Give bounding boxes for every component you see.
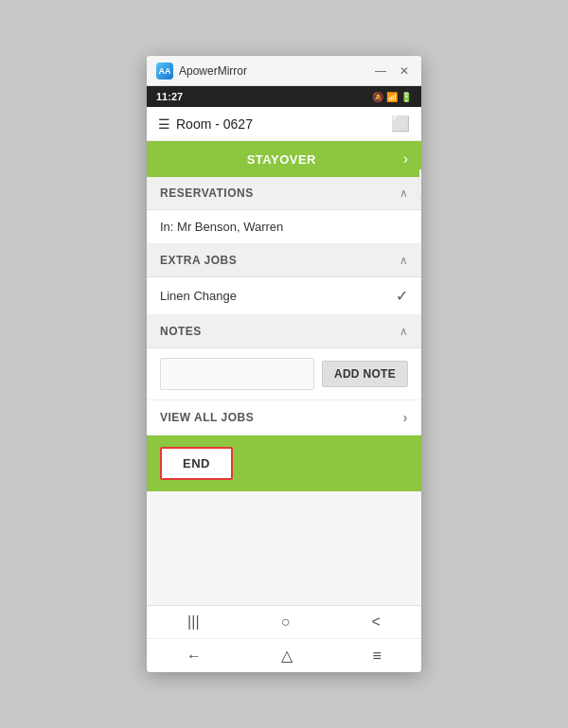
empty-content-area [147, 491, 421, 605]
share-icon[interactable]: ⬜ [391, 115, 410, 133]
reservation-guest-item: In: Mr Benson, Warren [147, 210, 421, 244]
notes-chevron-icon: ∧ [399, 325, 408, 338]
reservations-title: RESERVATIONS [160, 186, 254, 200]
end-button[interactable]: END [160, 447, 233, 480]
view-all-arrow-icon: › [403, 410, 408, 425]
system-home-icon[interactable]: △ [281, 647, 293, 665]
title-bar-controls: — ✕ [372, 64, 412, 78]
system-bar: ← △ ≡ [147, 638, 421, 672]
phone-header-left: ☰ Room - 0627 [158, 116, 253, 132]
linen-change-label: Linen Change [160, 289, 237, 303]
notes-title: NOTES [160, 325, 202, 338]
status-bar: 11:27 🔕 📶 🔋 [147, 86, 421, 107]
phone-header: ☰ Room - 0627 ⬜ [147, 107, 421, 141]
close-button[interactable]: ✕ [397, 64, 412, 78]
hamburger-icon[interactable]: ☰ [158, 116, 170, 132]
view-all-jobs-label: VIEW ALL JOBS [160, 411, 254, 424]
title-bar: AA ApowerMirror — ✕ [147, 56, 421, 86]
end-section: END [147, 435, 421, 491]
wifi-icon: 📶 [386, 92, 398, 102]
reservations-section-header[interactable]: RESERVATIONS ∧ [147, 177, 421, 210]
desktop: AA ApowerMirror — ✕ 11:27 🔕 📶 🔋 ☰ Room -… [0, 0, 568, 728]
minimize-button[interactable]: — [372, 64, 389, 78]
stayover-label: STAYOVER [160, 152, 403, 167]
note-input-field[interactable] [160, 358, 314, 390]
linen-change-item: Linen Change ✓ [147, 277, 421, 315]
view-all-jobs-row[interactable]: VIEW ALL JOBS › [147, 400, 421, 435]
extra-jobs-section-header[interactable]: EXTRA JOBS ∧ [147, 244, 421, 277]
nav-back-icon[interactable]: < [372, 613, 381, 630]
title-bar-left: AA ApowerMirror [156, 62, 247, 80]
status-icons: 🔕 📶 🔋 [372, 92, 412, 102]
notes-section-header[interactable]: NOTES ∧ [147, 315, 421, 348]
app-window: AA ApowerMirror — ✕ 11:27 🔕 📶 🔋 ☰ Room -… [147, 56, 421, 672]
notes-input-row: ADD NOTE [147, 348, 421, 400]
status-time: 11:27 [156, 91, 183, 102]
extra-jobs-title: EXTRA JOBS [160, 254, 237, 267]
app-icon-text: AA [159, 66, 171, 76]
room-label: Room - 0627 [176, 116, 253, 132]
add-note-button[interactable]: ADD NOTE [322, 361, 408, 387]
side-tab-indicator [419, 169, 421, 198]
app-icon: AA [156, 62, 173, 80]
stayover-arrow-icon: › [403, 151, 408, 168]
nav-menu-icon[interactable]: ||| [187, 613, 199, 630]
stayover-bar[interactable]: STAYOVER › [147, 141, 421, 177]
guest-name: In: Mr Benson, Warren [160, 220, 283, 234]
check-icon: ✓ [396, 287, 408, 305]
battery-icon: 🔋 [400, 92, 412, 102]
nav-bar: ||| ○ < [147, 605, 421, 638]
reservations-chevron-icon: ∧ [399, 186, 408, 200]
system-back-icon[interactable]: ← [186, 648, 202, 665]
app-title: ApowerMirror [179, 64, 247, 78]
extra-jobs-chevron-icon: ∧ [399, 254, 408, 267]
notification-icon: 🔕 [372, 92, 383, 102]
system-menu-icon[interactable]: ≡ [373, 648, 382, 665]
nav-home-icon[interactable]: ○ [281, 613, 291, 630]
